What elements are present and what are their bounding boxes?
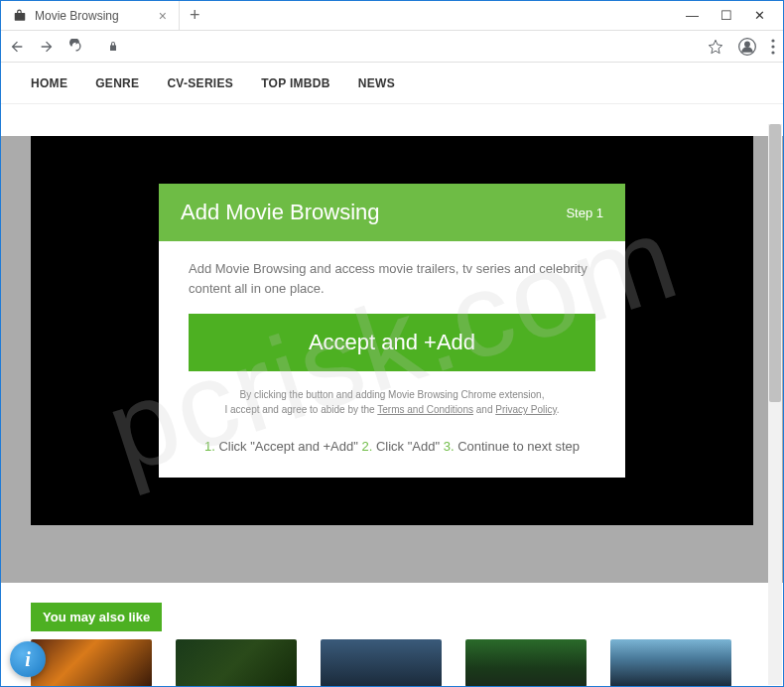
hero-area: Add Movie Browsing Step 1 Add Movie Brow… bbox=[1, 136, 783, 583]
minimize-button[interactable]: — bbox=[686, 8, 699, 23]
nav-genre[interactable]: GENRE bbox=[95, 76, 139, 90]
scrollbar-track[interactable] bbox=[768, 124, 782, 685]
reload-button[interactable] bbox=[68, 39, 83, 54]
window-controls: — ☐ ✕ bbox=[686, 8, 783, 23]
tab-title: Movie Browsing bbox=[35, 9, 151, 23]
info-badge-icon[interactable]: i bbox=[10, 641, 46, 677]
browser-toolbar bbox=[1, 31, 783, 63]
movie-thumbnail[interactable] bbox=[31, 639, 152, 686]
movie-thumbnail[interactable] bbox=[465, 639, 587, 686]
privacy-link[interactable]: Privacy Policy bbox=[495, 404, 557, 415]
tab-close-icon[interactable]: × bbox=[159, 8, 167, 24]
titlebar: Movie Browsing × + — ☐ ✕ bbox=[1, 1, 783, 31]
site-nav: HOME GENRE CV-SERIES TOP IMBDB NEWS bbox=[1, 63, 783, 104]
page-content: HOME GENRE CV-SERIES TOP IMBDB NEWS Add … bbox=[1, 63, 783, 686]
svg-point-5 bbox=[771, 51, 774, 54]
modal-step: Step 1 bbox=[566, 206, 603, 220]
close-button[interactable]: ✕ bbox=[754, 8, 765, 23]
browser-tab[interactable]: Movie Browsing × bbox=[1, 1, 180, 31]
kebab-menu-icon[interactable] bbox=[771, 39, 775, 55]
maximize-button[interactable]: ☐ bbox=[720, 8, 732, 23]
movie-thumbnail[interactable] bbox=[176, 639, 297, 686]
recommendations-section: You may also like bbox=[1, 583, 783, 686]
browser-window: Movie Browsing × + — ☐ ✕ HOME GENRE CV-S… bbox=[0, 0, 784, 687]
modal-body: Add Movie Browsing and access movie trai… bbox=[159, 241, 625, 478]
terms-link[interactable]: Terms and Conditions bbox=[377, 404, 473, 415]
modal-title: Add Movie Browsing bbox=[181, 200, 380, 225]
back-button[interactable] bbox=[9, 39, 25, 55]
movie-thumbnail[interactable] bbox=[321, 639, 442, 686]
video-player-area: Add Movie Browsing Step 1 Add Movie Brow… bbox=[31, 136, 753, 525]
movie-thumbnail[interactable] bbox=[610, 639, 731, 686]
new-tab-button[interactable]: + bbox=[180, 5, 210, 26]
nav-cv-series[interactable]: CV-SERIES bbox=[167, 76, 233, 90]
tab-favicon bbox=[13, 9, 27, 23]
modal-steps: 1. Click "Accept and +Add" 2. Click "Add… bbox=[189, 439, 595, 454]
svg-point-4 bbox=[771, 45, 774, 48]
scrollbar-thumb[interactable] bbox=[769, 124, 781, 402]
nav-top-imbdb[interactable]: TOP IMBDB bbox=[261, 76, 330, 90]
install-modal: Add Movie Browsing Step 1 Add Movie Brow… bbox=[159, 184, 625, 478]
profile-icon[interactable] bbox=[737, 37, 757, 57]
forward-button[interactable] bbox=[39, 39, 55, 55]
address-bar[interactable] bbox=[97, 35, 694, 59]
accept-add-button[interactable]: Accept and +Add bbox=[189, 314, 595, 371]
modal-disclaimer: By clicking the button and adding Movie … bbox=[189, 387, 595, 417]
svg-point-3 bbox=[771, 39, 774, 42]
thumbnail-row bbox=[1, 639, 783, 686]
modal-description: Add Movie Browsing and access movie trai… bbox=[189, 259, 595, 298]
section-label: You may also like bbox=[31, 603, 162, 631]
nav-home[interactable]: HOME bbox=[31, 76, 67, 90]
svg-rect-0 bbox=[15, 13, 26, 21]
svg-point-2 bbox=[744, 41, 750, 47]
modal-header: Add Movie Browsing Step 1 bbox=[159, 184, 625, 241]
gray-strip bbox=[31, 525, 753, 583]
bookmark-star-icon[interactable] bbox=[708, 39, 723, 55]
lock-icon bbox=[107, 41, 119, 53]
nav-news[interactable]: NEWS bbox=[358, 76, 395, 90]
